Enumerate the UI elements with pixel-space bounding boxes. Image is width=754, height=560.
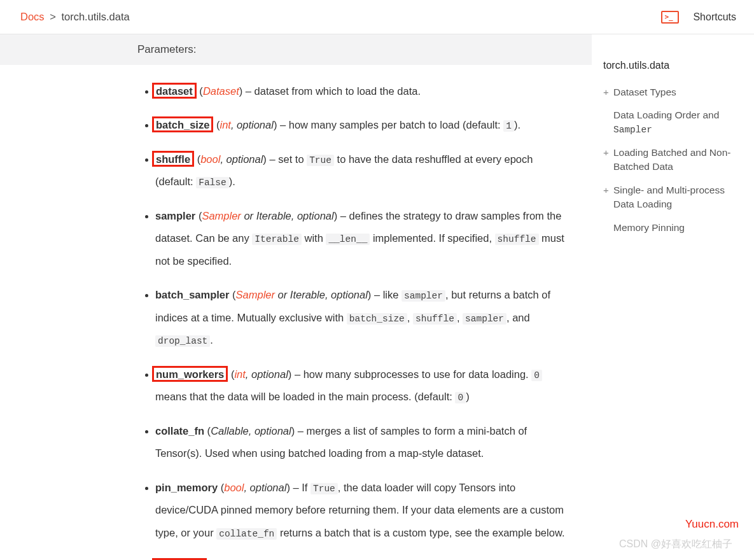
code-literal: 0 <box>455 392 466 403</box>
sidebar-item-batched[interactable]: + Loading Batched and Non-Batched Data <box>603 146 743 174</box>
breadcrumb-root-link[interactable]: Docs <box>20 11 45 22</box>
plus-icon[interactable]: + <box>603 183 613 197</box>
type-plain: Callable <box>211 425 249 437</box>
param-name: shuffle <box>152 151 194 167</box>
code-literal: shuffle <box>413 313 457 325</box>
code-literal: shuffle <box>495 234 539 245</box>
plus-icon[interactable]: + <box>603 85 613 99</box>
sidebar-item-loading-order[interactable]: Data Loading Order andSampler <box>603 108 743 136</box>
param-batch-size: batch_size (int, optional) – how many sa… <box>155 114 573 136</box>
code-literal: drop_last <box>155 335 210 347</box>
breadcrumb-separator: > <box>50 11 56 22</box>
parameters-list: dataset (Dataset) – dataset from which t… <box>0 65 592 560</box>
param-name: pin_memory <box>155 482 218 493</box>
param-name: sampler <box>155 210 195 221</box>
code-literal: sampler <box>463 313 506 325</box>
param-name: batch_sampler <box>155 289 229 300</box>
top-bar: Docs > torch.utils.data >_ Shortcuts <box>0 0 754 34</box>
type-link[interactable]: Sampler <box>236 289 275 300</box>
type-link[interactable]: int <box>234 368 245 380</box>
code-literal: True <box>311 483 338 494</box>
code-literal: __len__ <box>326 234 370 245</box>
type-link[interactable]: bool <box>224 482 244 493</box>
breadcrumb: Docs > torch.utils.data <box>20 11 130 23</box>
type-link[interactable]: Sampler <box>202 210 241 221</box>
watermark-site: Yuucn.com <box>685 518 739 531</box>
sidebar: torch.utils.data + Dataset Types Data Lo… <box>592 34 754 560</box>
code-literal: True <box>307 155 334 166</box>
param-dataset: dataset (Dataset) – dataset from which t… <box>155 80 573 102</box>
param-batch-sampler: batch_sampler (Sampler or Iterable, opti… <box>155 284 573 351</box>
breadcrumb-current: torch.utils.data <box>61 11 129 22</box>
shortcuts-link[interactable]: Shortcuts <box>693 11 736 23</box>
sidebar-item-memory-pinning[interactable]: Memory Pinning <box>603 221 743 235</box>
param-num-workers: num_workers (int, optional) – how many s… <box>155 363 573 409</box>
code-literal: 0 <box>531 370 542 381</box>
param-name: batch_size <box>152 116 213 132</box>
code-literal: batch_size <box>347 313 407 325</box>
param-shuffle: shuffle (bool, optional) – set to True t… <box>155 148 573 193</box>
parameters-heading: Parameters: <box>0 34 592 65</box>
param-name: dataset <box>152 83 197 99</box>
watermark-csdn: CSDN @好喜欢吃红柚子 <box>619 538 732 551</box>
main-content: Parameters: dataset (Dataset) – dataset … <box>0 34 592 560</box>
param-name: num_workers <box>152 366 228 382</box>
param-pin-memory: pin_memory (bool, optional) – If True, t… <box>155 477 573 544</box>
shortcuts-group: >_ Shortcuts <box>661 11 736 24</box>
param-collate-fn: collate_fn (Callable, optional) – merges… <box>155 420 573 465</box>
type-link[interactable]: Dataset <box>203 85 239 97</box>
param-drop-last: drop_last (bool, optional) – set to True… <box>155 556 573 560</box>
type-link[interactable]: bool <box>200 153 220 165</box>
type-link[interactable]: int <box>220 119 230 130</box>
sidebar-item-multiprocess[interactable]: + Single- and Multi-process Data Loading <box>603 183 743 212</box>
sidebar-item-dataset-types[interactable]: + Dataset Types <box>603 85 743 99</box>
param-name: collate_fn <box>155 425 204 437</box>
code-literal: 1 <box>503 120 514 132</box>
code-literal: False <box>196 177 229 188</box>
code-literal: Iterable <box>252 234 302 245</box>
terminal-icon[interactable]: >_ <box>661 11 679 24</box>
code-literal: collate_fn <box>216 528 277 540</box>
plus-icon[interactable]: + <box>603 146 613 160</box>
code-literal: sampler <box>401 290 445 302</box>
param-sampler: sampler (Sampler or Iterable, optional) … <box>155 205 573 272</box>
sidebar-title: torch.utils.data <box>603 60 743 71</box>
